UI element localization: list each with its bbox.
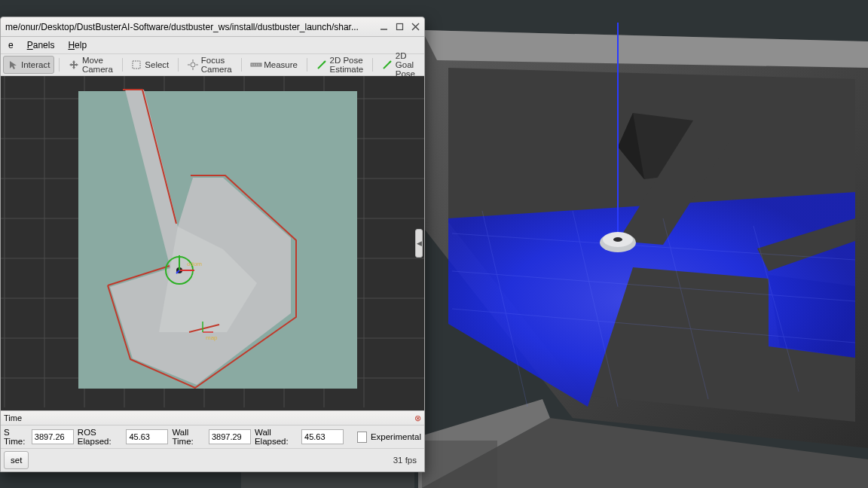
tool-focus-camera[interactable]: Focus Camera — [183, 56, 237, 74]
svg-point-30 — [191, 63, 195, 67]
tool-label: 2D Pose Estimate — [330, 56, 364, 74]
interact-icon — [8, 59, 18, 70]
move-camera-icon — [69, 59, 79, 70]
goal-pose-icon — [382, 59, 393, 70]
tool-move-camera[interactable]: Move Camera — [64, 56, 118, 74]
toolbar-separator — [307, 58, 307, 72]
experimental-label: Experimental — [371, 432, 421, 441]
set-button-label: set — [11, 456, 22, 465]
tool-2d-goal-pose[interactable]: 2D Goal Pose — [377, 56, 422, 74]
tool-select[interactable]: Select — [127, 56, 173, 74]
rviz-window: me/onur/Desktop/DustBusterAI-Software/du… — [0, 17, 425, 472]
ros-elapsed-field[interactable] — [126, 429, 168, 444]
wall-elapsed-label: Wall Elapsed: — [255, 428, 298, 446]
toolbar-separator — [241, 58, 242, 72]
svg-rect-26 — [397, 24, 403, 30]
menu-file[interactable]: e — [5, 39, 17, 51]
time-panel: S Time: ROS Elapsed: Wall Time: Wall Ela… — [1, 425, 424, 449]
toolbar-separator — [59, 58, 60, 72]
ros-time-field[interactable] — [32, 429, 74, 444]
tool-label: Interact — [21, 60, 50, 69]
menu-panels[interactable]: Panels — [24, 39, 58, 51]
toolbar-separator — [372, 58, 373, 72]
time-panel-close-icon[interactable]: ⊗ — [414, 413, 421, 423]
tool-interact[interactable]: Interact — [3, 56, 54, 74]
tool-label: Measure — [264, 60, 298, 69]
window-titlebar[interactable]: me/onur/Desktop/DustBusterAI-Software/du… — [1, 17, 424, 37]
ros-time-label: S Time: — [4, 428, 28, 446]
measure-icon — [250, 59, 261, 70]
pose-estimate-icon — [316, 59, 327, 70]
svg-text:map: map — [206, 334, 218, 341]
select-icon — [131, 59, 142, 70]
bottom-bar: set 31 fps — [1, 449, 424, 471]
time-panel-title: Time — [4, 413, 22, 422]
wall-elapsed-field[interactable] — [301, 429, 344, 444]
svg-text:odom: odom — [187, 261, 202, 267]
experimental-checkbox[interactable] — [357, 432, 367, 443]
svg-rect-29 — [133, 61, 140, 69]
time-panel-header: Time ⊗ — [1, 410, 424, 425]
tool-label: 2D Goal Pose — [396, 51, 417, 78]
toolbar-separator — [178, 58, 179, 72]
fps-display: 31 fps — [393, 456, 421, 465]
rviz-3d-view[interactable]: odom map ◀ — [1, 76, 424, 410]
toolbar-separator — [122, 58, 123, 72]
tool-label: Select — [145, 60, 169, 69]
focus-camera-icon — [188, 59, 198, 70]
wall-time-field[interactable] — [209, 429, 251, 444]
svg-rect-24 — [422, 441, 497, 488]
tool-label: Move Camera — [82, 56, 113, 74]
window-minimize-icon[interactable] — [380, 23, 388, 31]
wall-time-label: Wall Time: — [172, 428, 205, 446]
window-title: me/onur/Desktop/DustBusterAI-Software/du… — [5, 22, 380, 32]
menubar: e Panels Help — [1, 37, 424, 54]
window-maximize-icon[interactable] — [396, 23, 404, 31]
menu-help[interactable]: Help — [65, 39, 90, 51]
set-button[interactable]: set — [4, 451, 29, 469]
tool-2d-pose-estimate[interactable]: 2D Pose Estimate — [312, 56, 368, 74]
ros-elapsed-label: ROS Elapsed: — [78, 428, 123, 446]
panel-expand-handle[interactable]: ◀ — [415, 229, 423, 258]
tool-measure[interactable]: Measure — [246, 56, 302, 74]
svg-point-22 — [613, 237, 622, 242]
toolbar: Interact Move Camera Select — [1, 54, 424, 76]
tool-label: Focus Camera — [201, 56, 232, 74]
window-close-icon[interactable] — [411, 23, 420, 31]
